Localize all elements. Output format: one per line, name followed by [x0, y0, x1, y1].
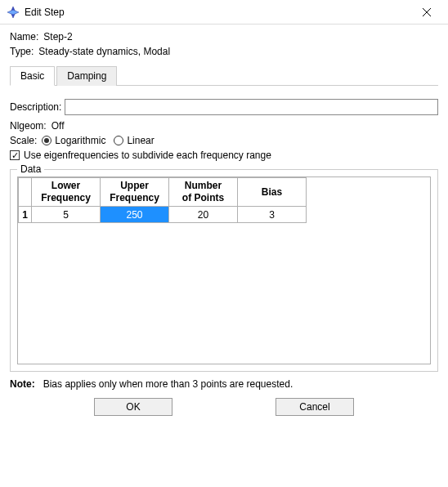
- radio-linear-label: Linear: [127, 135, 154, 146]
- col-number-of-points[interactable]: Number of Points: [169, 178, 238, 207]
- description-row: Description:: [10, 99, 438, 115]
- dialog-footer: OK Cancel: [10, 390, 438, 416]
- dialog-content: Name: Step-2 Type: Steady-state dynamics…: [0, 25, 448, 422]
- col-upper-frequency[interactable]: Upper Frequency: [101, 178, 169, 207]
- tab-bar: Basic Damping: [10, 65, 438, 86]
- name-label: Name:: [10, 31, 38, 42]
- description-label: Description:: [10, 101, 61, 113]
- tab-damping[interactable]: Damping: [56, 66, 117, 86]
- col-lower-frequency[interactable]: Lower Frequency: [32, 178, 101, 207]
- cell-bias[interactable]: 3: [238, 207, 307, 223]
- tabpanel-basic: Description: Nlgeom: Off Scale: Logarith…: [10, 86, 438, 390]
- radio-logarithmic[interactable]: Logarithmic: [42, 135, 105, 146]
- note-prefix: Note:: [10, 378, 35, 390]
- type-label: Type:: [10, 46, 34, 57]
- nlgeom-value: Off: [52, 120, 65, 132]
- row-number: 1: [19, 207, 32, 223]
- col-bias[interactable]: Bias: [238, 178, 307, 207]
- nlgeom-label: Nlgeom:: [10, 120, 47, 132]
- col-rownum: [19, 178, 32, 207]
- radio-logarithmic-label: Logarithmic: [55, 135, 105, 146]
- app-icon: [7, 6, 20, 19]
- cell-lower-frequency[interactable]: 5: [32, 207, 101, 223]
- window-title: Edit Step: [25, 7, 410, 18]
- use-eigen-row: Use eigenfrequencies to subdivide each f…: [10, 150, 438, 161]
- ok-button[interactable]: OK: [94, 398, 172, 416]
- cancel-button[interactable]: Cancel: [276, 398, 354, 416]
- type-value: Steady-state dynamics, Modal: [38, 46, 170, 57]
- data-grid[interactable]: Lower Frequency Upper Frequency Number o…: [17, 176, 431, 364]
- close-button[interactable]: [410, 1, 443, 24]
- radio-dot-icon: [114, 136, 123, 145]
- checkbox-use-eigen[interactable]: Use eigenfrequencies to subdivide each f…: [10, 150, 271, 161]
- tab-basic[interactable]: Basic: [10, 66, 55, 86]
- svg-marker-1: [7, 10, 19, 15]
- checkbox-use-eigen-label: Use eigenfrequencies to subdivide each f…: [24, 150, 271, 161]
- table-header-row: Lower Frequency Upper Frequency Number o…: [19, 178, 307, 207]
- cell-number-of-points[interactable]: 20: [169, 207, 238, 223]
- scale-label: Scale:: [10, 135, 37, 146]
- cell-upper-frequency[interactable]: 250: [101, 207, 169, 223]
- table-row: 1 5 250 20 3: [19, 207, 307, 223]
- data-legend: Data: [17, 163, 44, 175]
- data-fieldset: Data Lower Frequency Upper Frequency Num…: [10, 169, 438, 372]
- scale-row: Scale: Logarithmic Linear: [10, 135, 438, 146]
- type-row: Type: Steady-state dynamics, Modal: [10, 46, 438, 57]
- titlebar: Edit Step: [0, 0, 448, 25]
- radio-linear[interactable]: Linear: [114, 135, 154, 146]
- name-value: Step-2: [43, 31, 72, 42]
- description-input[interactable]: [65, 99, 438, 115]
- note-row: Note: Bias applies only when more than 3…: [10, 378, 438, 390]
- checkbox-box-icon: [10, 150, 20, 160]
- nlgeom-row: Nlgeom: Off: [10, 120, 438, 132]
- radio-dot-icon: [42, 136, 52, 145]
- note-text: Bias applies only when more than 3 point…: [43, 378, 293, 390]
- name-row: Name: Step-2: [10, 31, 438, 42]
